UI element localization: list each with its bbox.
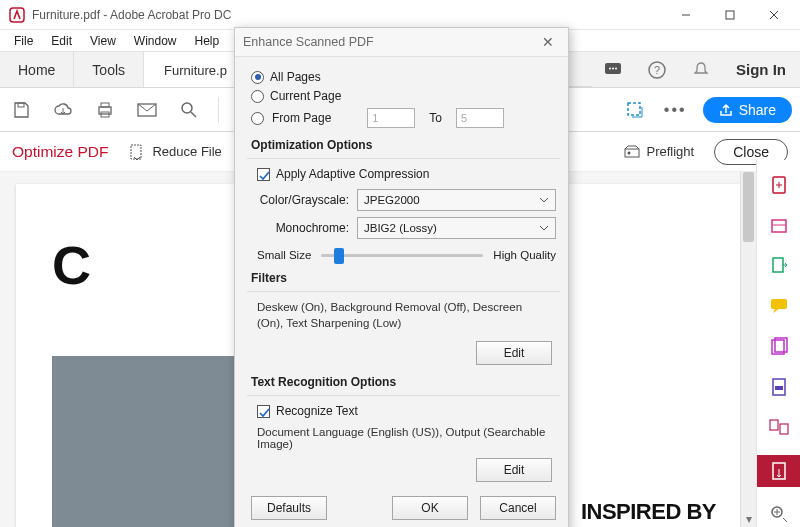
cancel-button[interactable]: Cancel: [480, 496, 556, 520]
slider-thumb[interactable]: [334, 248, 344, 264]
quality-slider[interactable]: [321, 254, 483, 257]
menu-edit[interactable]: Edit: [43, 32, 80, 50]
rail-optimize-icon[interactable]: [757, 455, 801, 487]
tools-rail: [756, 160, 800, 527]
text-recognition-header: Text Recognition Options: [251, 375, 556, 389]
recognize-text-checkbox[interactable]: Recognize Text: [257, 404, 556, 418]
checkbox-icon: [257, 405, 270, 418]
ok-button[interactable]: OK: [392, 496, 468, 520]
defaults-button[interactable]: Defaults: [251, 496, 327, 520]
rail-export-icon[interactable]: [765, 253, 793, 279]
filters-summary: Deskew (On), Background Removal (Off), D…: [257, 300, 550, 331]
share-icon: [719, 103, 733, 117]
filters-edit-button[interactable]: Edit: [476, 341, 552, 365]
acrobat-icon: [8, 6, 26, 24]
sign-in-button[interactable]: Sign In: [722, 52, 800, 87]
svg-rect-31: [770, 420, 778, 430]
menu-view[interactable]: View: [82, 32, 124, 50]
optimize-pdf-label: Optimize PDF: [12, 143, 108, 161]
svg-rect-30: [775, 386, 783, 390]
rail-comment-icon[interactable]: [765, 293, 793, 319]
tab-document[interactable]: Furniture.p: [144, 52, 248, 87]
close-window-button[interactable]: [752, 3, 796, 27]
print-icon[interactable]: [92, 97, 118, 123]
svg-rect-2: [726, 11, 734, 19]
chat-icon[interactable]: [600, 57, 626, 83]
enhance-scanned-pdf-dialog: Enhance Scanned PDF ✕ All Pages Current …: [234, 27, 569, 527]
monochrome-label: Monochrome:: [257, 221, 349, 235]
from-page-input[interactable]: 1: [367, 108, 415, 128]
reduce-file-button[interactable]: Reduce File: [128, 143, 221, 161]
color-grayscale-select[interactable]: JPEG2000: [357, 189, 556, 211]
menu-file[interactable]: File: [6, 32, 41, 50]
radio-from-page[interactable]: From Page 1 To 5: [251, 108, 556, 128]
dialog-title-bar[interactable]: Enhance Scanned PDF ✕: [235, 28, 568, 57]
rail-protect-icon[interactable]: [765, 414, 793, 440]
chevron-down-icon: [538, 222, 550, 234]
scroll-thumb[interactable]: [743, 172, 754, 242]
preflight-icon: [623, 143, 641, 161]
rail-create-icon[interactable]: [765, 172, 793, 198]
share-label: Share: [739, 102, 776, 118]
cloud-icon[interactable]: [50, 97, 76, 123]
checkbox-icon: [257, 168, 270, 181]
svg-rect-25: [773, 258, 783, 272]
mail-icon[interactable]: [134, 97, 160, 123]
to-page-input[interactable]: 5: [456, 108, 504, 128]
svg-text:?: ?: [654, 64, 660, 76]
radio-all-pages[interactable]: All Pages: [251, 70, 556, 84]
svg-point-8: [615, 67, 617, 69]
rail-organize-icon[interactable]: [765, 334, 793, 360]
text-recognition-summary: Document Language (English (US)), Output…: [257, 426, 550, 450]
search-icon[interactable]: [176, 97, 202, 123]
crop-icon[interactable]: [622, 97, 648, 123]
minimize-button[interactable]: [664, 3, 708, 27]
adaptive-compression-checkbox[interactable]: Apply Adaptive Compression: [257, 167, 556, 181]
share-button[interactable]: Share: [703, 97, 792, 123]
more-icon[interactable]: •••: [664, 101, 687, 119]
svg-line-17: [191, 112, 196, 117]
menu-help[interactable]: Help: [187, 32, 228, 50]
dialog-title: Enhance Scanned PDF: [243, 35, 374, 49]
monochrome-select[interactable]: JBIG2 (Lossy): [357, 217, 556, 239]
color-grayscale-label: Color/Grayscale:: [257, 193, 349, 207]
svg-point-7: [612, 67, 614, 69]
help-icon[interactable]: ?: [644, 57, 670, 83]
dialog-close-button[interactable]: ✕: [536, 34, 560, 50]
svg-rect-20: [625, 149, 639, 157]
svg-point-21: [627, 151, 630, 154]
save-icon[interactable]: [8, 97, 34, 123]
preflight-button[interactable]: Preflight: [623, 143, 695, 161]
radio-current-page[interactable]: Current Page: [251, 89, 556, 103]
radio-icon: [251, 71, 264, 84]
document-text: INSPIRED BY: [581, 499, 716, 525]
high-quality-label: High Quality: [493, 249, 556, 261]
svg-point-6: [609, 67, 611, 69]
reduce-icon: [128, 143, 146, 161]
menu-window[interactable]: Window: [126, 32, 185, 50]
svg-rect-23: [772, 220, 786, 232]
svg-rect-26: [771, 299, 787, 309]
small-size-label: Small Size: [257, 249, 311, 261]
svg-rect-32: [780, 424, 788, 434]
svg-rect-18: [628, 103, 640, 115]
svg-point-16: [182, 103, 192, 113]
tab-tools[interactable]: Tools: [74, 52, 144, 87]
maximize-button[interactable]: [708, 3, 752, 27]
bell-icon[interactable]: [688, 57, 714, 83]
filters-header: Filters: [251, 271, 556, 285]
rail-edit-icon[interactable]: [765, 212, 793, 238]
optimization-options-header: Optimization Options: [251, 138, 556, 152]
rail-more-icon[interactable]: [765, 501, 793, 527]
radio-icon: [251, 112, 264, 125]
text-recognition-edit-button[interactable]: Edit: [476, 458, 552, 482]
chevron-down-icon: [538, 194, 550, 206]
scroll-down-icon[interactable]: ▾: [741, 511, 756, 527]
rail-redact-icon[interactable]: [765, 374, 793, 400]
radio-icon: [251, 90, 264, 103]
title-bar: Furniture.pdf - Adobe Acrobat Pro DC: [0, 0, 800, 30]
vertical-scrollbar[interactable]: ▴ ▾: [740, 172, 756, 527]
tab-home[interactable]: Home: [0, 52, 74, 87]
window-title: Furniture.pdf - Adobe Acrobat Pro DC: [32, 8, 664, 22]
